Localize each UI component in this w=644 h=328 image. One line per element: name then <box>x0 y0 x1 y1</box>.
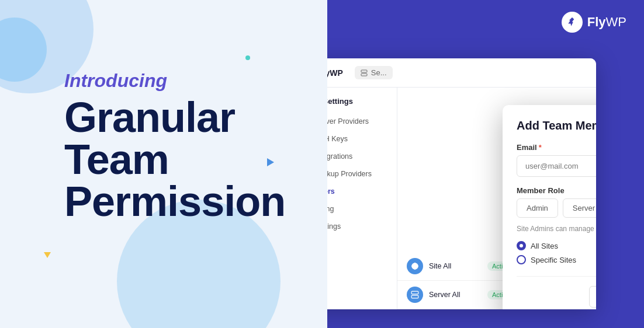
row-icon-site-all <box>407 258 423 274</box>
cancel-button[interactable]: Cancel <box>589 286 596 308</box>
decorative-dot-teal <box>245 55 250 60</box>
email-input[interactable] <box>517 155 596 177</box>
row-svg-server-all <box>411 291 419 299</box>
modal-title: Add Team Member <box>517 119 596 132</box>
sidebar-label-server-providers: Server Providers <box>327 117 369 125</box>
right-panel: FlyWP FlyWP Se... <box>327 0 644 328</box>
sidebar-label-integrations: Integrations <box>327 152 352 160</box>
role-btn-server-admin[interactable]: Server Admin <box>563 198 596 218</box>
add-team-member-modal: Add Team Member Email * Member Role Admi… <box>503 105 596 309</box>
radio-label-specific-sites: Specific Sites <box>531 256 576 264</box>
sidebar-heading: Team Settings <box>327 97 397 113</box>
sidebar: Team Settings Server Providers SSH Keys <box>327 88 397 309</box>
sidebar-item-backup-providers[interactable]: Backup Providers <box>327 165 397 183</box>
main-content: Site All Active 1 days ago Server All Ac… <box>397 88 596 309</box>
sidebar-item-settings[interactable]: Settings <box>327 218 397 235</box>
headline-line1: Granular <box>64 94 235 141</box>
sidebar-item-billing[interactable]: Billing <box>327 200 397 218</box>
svg-rect-1 <box>361 74 367 76</box>
headline-line2: Team <box>64 136 169 183</box>
email-label: Email * <box>517 143 596 152</box>
required-marker: * <box>539 143 542 152</box>
app-logo: FlyWP <box>327 67 343 79</box>
flywp-logo-icon <box>562 12 583 33</box>
role-label: Member Role <box>517 186 596 195</box>
headline: Granular Team Permission <box>64 96 285 222</box>
svg-rect-0 <box>361 70 367 72</box>
radio-specific-sites[interactable]: Specific Sites <box>517 255 596 264</box>
server-tab-label: Se... <box>371 68 387 77</box>
sidebar-item-ssh-keys[interactable]: SSH Keys <box>327 130 397 148</box>
flywp-logo: FlyWP <box>562 12 626 33</box>
sidebar-label-billing: Billing <box>327 205 334 213</box>
server-tab[interactable]: Se... <box>355 66 393 79</box>
app-body: Team Settings Server Providers SSH Keys <box>327 88 596 309</box>
sidebar-label-settings: Settings <box>327 222 341 231</box>
row-icon-server-all <box>407 287 423 303</box>
radio-circle-all-sites <box>517 241 526 250</box>
app-topbar: FlyWP Se... <box>327 58 596 88</box>
radio-label-all-sites: All Sites <box>531 242 558 250</box>
radio-circle-specific-sites <box>517 255 526 264</box>
sidebar-label-users: Users <box>327 187 335 196</box>
left-panel: Introducing Granular Team Permission <box>0 0 327 328</box>
svg-rect-10 <box>411 295 418 298</box>
svg-rect-9 <box>411 291 418 294</box>
sidebar-item-users[interactable]: Users <box>327 183 397 200</box>
flywp-brand-name: FlyWP <box>587 15 626 30</box>
row-name-site-all: Site All <box>429 262 482 270</box>
sidebar-item-server-providers[interactable]: Server Providers <box>327 113 397 130</box>
sidebar-item-integrations[interactable]: Integrations <box>327 148 397 165</box>
flywp-header: FlyWP <box>327 0 644 44</box>
app-logo-name: FlyWP <box>327 68 343 78</box>
role-description: Site Admins can manage sites only hey ha… <box>517 225 596 233</box>
row-name-server-all: Server All <box>429 291 482 299</box>
flywp-icon-svg <box>566 16 578 28</box>
row-svg-site-all <box>411 262 419 270</box>
radio-group: All Sites Specific Sites <box>517 241 596 264</box>
modal-footer: Cancel Invite Membe... <box>517 276 596 308</box>
server-tab-icon <box>361 69 368 76</box>
left-content: Introducing Granular Team Permission <box>64 70 285 222</box>
radio-all-sites[interactable]: All Sites <box>517 241 596 250</box>
role-btn-admin[interactable]: Admin <box>517 198 558 218</box>
sidebar-label-backup-providers: Backup Providers <box>327 170 372 178</box>
sidebar-label-ssh-keys: SSH Keys <box>327 135 348 143</box>
role-group: Admin Server Admin Site Admin <box>517 198 596 218</box>
app-window: FlyWP Se... Team Settings Server Provide… <box>327 58 596 309</box>
headline-line3: Permission <box>64 178 285 225</box>
introducing-text: Introducing <box>64 70 285 92</box>
decorative-dot-yellow <box>44 252 51 258</box>
